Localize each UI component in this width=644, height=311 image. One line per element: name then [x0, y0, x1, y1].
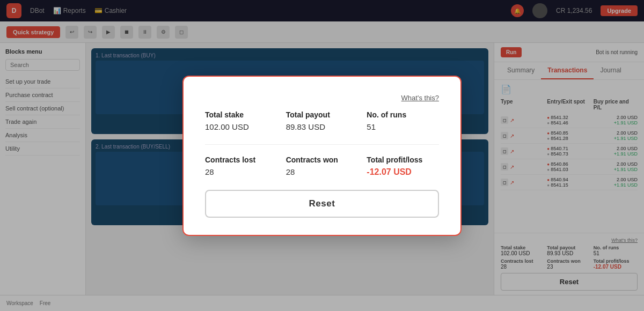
modal-contracts-won: Contracts won 28 — [286, 156, 358, 177]
modal-contracts-lost: Contracts lost 28 — [205, 156, 277, 177]
modal-stats-row-1: Total stake 102.00 USD Total payout 89.8… — [205, 110, 439, 131]
modal-total-stake: Total stake 102.00 USD — [205, 110, 277, 131]
modal-no-of-runs: No. of runs 51 — [367, 110, 439, 131]
modal-total-profit: Total profit/loss -12.07 USD — [367, 156, 439, 177]
modal-overlay: What's this? Total stake 102.00 USD Tota… — [0, 0, 644, 311]
modal-card: What's this? Total stake 102.00 USD Tota… — [182, 76, 462, 236]
modal-whats-this-link[interactable]: What's this? — [205, 94, 439, 102]
modal-stats-row-2: Contracts lost 28 Contracts won 28 Total… — [205, 156, 439, 177]
modal-total-payout: Total payout 89.83 USD — [286, 110, 358, 131]
modal-reset-button[interactable]: Reset — [205, 190, 439, 218]
modal-divider — [205, 144, 439, 145]
